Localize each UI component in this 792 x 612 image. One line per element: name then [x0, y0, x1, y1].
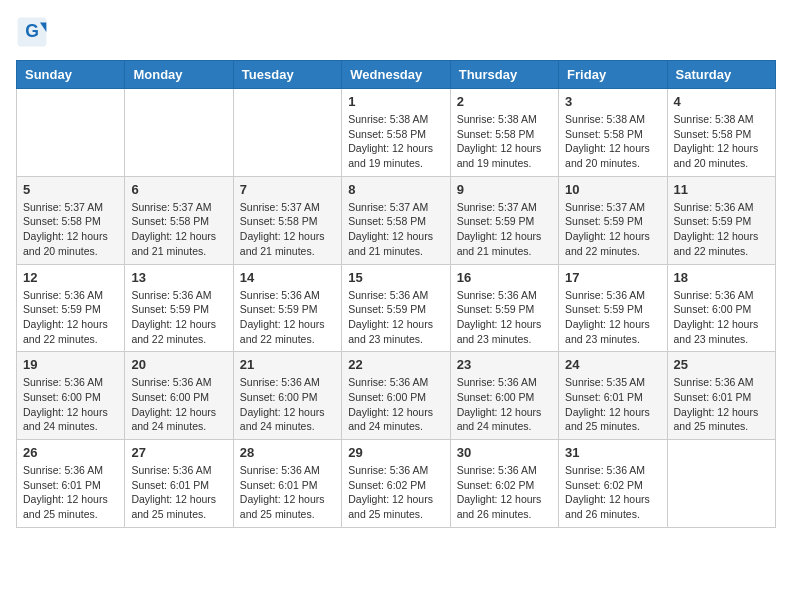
day-info: Sunrise: 5:36 AM Sunset: 6:02 PM Dayligh… — [457, 463, 552, 522]
calendar-cell: 3Sunrise: 5:38 AM Sunset: 5:58 PM Daylig… — [559, 89, 667, 177]
day-number: 8 — [348, 182, 443, 197]
day-number: 4 — [674, 94, 769, 109]
calendar-cell — [17, 89, 125, 177]
day-info: Sunrise: 5:36 AM Sunset: 6:00 PM Dayligh… — [240, 375, 335, 434]
day-info: Sunrise: 5:37 AM Sunset: 5:59 PM Dayligh… — [457, 200, 552, 259]
day-info: Sunrise: 5:36 AM Sunset: 5:59 PM Dayligh… — [131, 288, 226, 347]
weekday-header-monday: Monday — [125, 61, 233, 89]
calendar-cell: 20Sunrise: 5:36 AM Sunset: 6:00 PM Dayli… — [125, 352, 233, 440]
calendar-cell: 26Sunrise: 5:36 AM Sunset: 6:01 PM Dayli… — [17, 440, 125, 528]
calendar-cell: 9Sunrise: 5:37 AM Sunset: 5:59 PM Daylig… — [450, 176, 558, 264]
calendar-cell: 13Sunrise: 5:36 AM Sunset: 5:59 PM Dayli… — [125, 264, 233, 352]
day-info: Sunrise: 5:37 AM Sunset: 5:58 PM Dayligh… — [348, 200, 443, 259]
calendar-week-row: 5Sunrise: 5:37 AM Sunset: 5:58 PM Daylig… — [17, 176, 776, 264]
calendar-cell: 15Sunrise: 5:36 AM Sunset: 5:59 PM Dayli… — [342, 264, 450, 352]
calendar-cell: 27Sunrise: 5:36 AM Sunset: 6:01 PM Dayli… — [125, 440, 233, 528]
calendar-week-row: 1Sunrise: 5:38 AM Sunset: 5:58 PM Daylig… — [17, 89, 776, 177]
calendar-cell: 29Sunrise: 5:36 AM Sunset: 6:02 PM Dayli… — [342, 440, 450, 528]
calendar-cell: 30Sunrise: 5:36 AM Sunset: 6:02 PM Dayli… — [450, 440, 558, 528]
day-info: Sunrise: 5:36 AM Sunset: 5:59 PM Dayligh… — [565, 288, 660, 347]
calendar-cell: 17Sunrise: 5:36 AM Sunset: 5:59 PM Dayli… — [559, 264, 667, 352]
calendar-cell: 31Sunrise: 5:36 AM Sunset: 6:02 PM Dayli… — [559, 440, 667, 528]
day-info: Sunrise: 5:36 AM Sunset: 6:01 PM Dayligh… — [131, 463, 226, 522]
day-info: Sunrise: 5:38 AM Sunset: 5:58 PM Dayligh… — [457, 112, 552, 171]
svg-text:G: G — [25, 21, 39, 41]
weekday-header-saturday: Saturday — [667, 61, 775, 89]
calendar-cell — [125, 89, 233, 177]
day-number: 12 — [23, 270, 118, 285]
day-number: 7 — [240, 182, 335, 197]
calendar-week-row: 26Sunrise: 5:36 AM Sunset: 6:01 PM Dayli… — [17, 440, 776, 528]
day-number: 3 — [565, 94, 660, 109]
day-info: Sunrise: 5:37 AM Sunset: 5:58 PM Dayligh… — [23, 200, 118, 259]
day-number: 11 — [674, 182, 769, 197]
day-info: Sunrise: 5:35 AM Sunset: 6:01 PM Dayligh… — [565, 375, 660, 434]
day-number: 16 — [457, 270, 552, 285]
day-info: Sunrise: 5:37 AM Sunset: 5:58 PM Dayligh… — [240, 200, 335, 259]
calendar-cell: 2Sunrise: 5:38 AM Sunset: 5:58 PM Daylig… — [450, 89, 558, 177]
calendar-cell: 12Sunrise: 5:36 AM Sunset: 5:59 PM Dayli… — [17, 264, 125, 352]
logo: G — [16, 16, 52, 48]
calendar-cell: 21Sunrise: 5:36 AM Sunset: 6:00 PM Dayli… — [233, 352, 341, 440]
calendar-cell: 14Sunrise: 5:36 AM Sunset: 5:59 PM Dayli… — [233, 264, 341, 352]
calendar-table: SundayMondayTuesdayWednesdayThursdayFrid… — [16, 60, 776, 528]
day-number: 14 — [240, 270, 335, 285]
calendar-cell: 23Sunrise: 5:36 AM Sunset: 6:00 PM Dayli… — [450, 352, 558, 440]
day-info: Sunrise: 5:36 AM Sunset: 6:01 PM Dayligh… — [674, 375, 769, 434]
day-number: 23 — [457, 357, 552, 372]
day-info: Sunrise: 5:36 AM Sunset: 6:00 PM Dayligh… — [457, 375, 552, 434]
day-info: Sunrise: 5:36 AM Sunset: 6:00 PM Dayligh… — [674, 288, 769, 347]
day-info: Sunrise: 5:36 AM Sunset: 6:02 PM Dayligh… — [348, 463, 443, 522]
calendar-cell: 22Sunrise: 5:36 AM Sunset: 6:00 PM Dayli… — [342, 352, 450, 440]
day-number: 13 — [131, 270, 226, 285]
day-info: Sunrise: 5:37 AM Sunset: 5:58 PM Dayligh… — [131, 200, 226, 259]
day-number: 29 — [348, 445, 443, 460]
day-number: 5 — [23, 182, 118, 197]
calendar-week-row: 19Sunrise: 5:36 AM Sunset: 6:00 PM Dayli… — [17, 352, 776, 440]
day-info: Sunrise: 5:36 AM Sunset: 6:00 PM Dayligh… — [23, 375, 118, 434]
day-info: Sunrise: 5:36 AM Sunset: 5:59 PM Dayligh… — [674, 200, 769, 259]
day-number: 22 — [348, 357, 443, 372]
day-number: 19 — [23, 357, 118, 372]
day-info: Sunrise: 5:36 AM Sunset: 5:59 PM Dayligh… — [348, 288, 443, 347]
day-info: Sunrise: 5:36 AM Sunset: 6:02 PM Dayligh… — [565, 463, 660, 522]
calendar-header-row: SundayMondayTuesdayWednesdayThursdayFrid… — [17, 61, 776, 89]
day-info: Sunrise: 5:37 AM Sunset: 5:59 PM Dayligh… — [565, 200, 660, 259]
weekday-header-sunday: Sunday — [17, 61, 125, 89]
day-info: Sunrise: 5:36 AM Sunset: 6:01 PM Dayligh… — [23, 463, 118, 522]
day-number: 26 — [23, 445, 118, 460]
day-number: 28 — [240, 445, 335, 460]
calendar-cell: 25Sunrise: 5:36 AM Sunset: 6:01 PM Dayli… — [667, 352, 775, 440]
day-info: Sunrise: 5:36 AM Sunset: 5:59 PM Dayligh… — [240, 288, 335, 347]
day-number: 25 — [674, 357, 769, 372]
day-number: 24 — [565, 357, 660, 372]
day-number: 6 — [131, 182, 226, 197]
calendar-cell: 19Sunrise: 5:36 AM Sunset: 6:00 PM Dayli… — [17, 352, 125, 440]
calendar-cell: 6Sunrise: 5:37 AM Sunset: 5:58 PM Daylig… — [125, 176, 233, 264]
calendar-cell: 1Sunrise: 5:38 AM Sunset: 5:58 PM Daylig… — [342, 89, 450, 177]
day-number: 18 — [674, 270, 769, 285]
logo-icon: G — [16, 16, 48, 48]
day-info: Sunrise: 5:36 AM Sunset: 5:59 PM Dayligh… — [457, 288, 552, 347]
calendar-cell: 5Sunrise: 5:37 AM Sunset: 5:58 PM Daylig… — [17, 176, 125, 264]
calendar-cell: 18Sunrise: 5:36 AM Sunset: 6:00 PM Dayli… — [667, 264, 775, 352]
day-number: 30 — [457, 445, 552, 460]
calendar-cell: 24Sunrise: 5:35 AM Sunset: 6:01 PM Dayli… — [559, 352, 667, 440]
day-number: 10 — [565, 182, 660, 197]
calendar-cell — [667, 440, 775, 528]
day-number: 21 — [240, 357, 335, 372]
calendar-cell: 4Sunrise: 5:38 AM Sunset: 5:58 PM Daylig… — [667, 89, 775, 177]
calendar-cell: 7Sunrise: 5:37 AM Sunset: 5:58 PM Daylig… — [233, 176, 341, 264]
day-info: Sunrise: 5:36 AM Sunset: 6:01 PM Dayligh… — [240, 463, 335, 522]
day-number: 17 — [565, 270, 660, 285]
day-number: 31 — [565, 445, 660, 460]
weekday-header-thursday: Thursday — [450, 61, 558, 89]
day-number: 27 — [131, 445, 226, 460]
day-info: Sunrise: 5:38 AM Sunset: 5:58 PM Dayligh… — [674, 112, 769, 171]
day-number: 15 — [348, 270, 443, 285]
calendar-cell: 28Sunrise: 5:36 AM Sunset: 6:01 PM Dayli… — [233, 440, 341, 528]
day-info: Sunrise: 5:36 AM Sunset: 6:00 PM Dayligh… — [348, 375, 443, 434]
calendar-week-row: 12Sunrise: 5:36 AM Sunset: 5:59 PM Dayli… — [17, 264, 776, 352]
weekday-header-friday: Friday — [559, 61, 667, 89]
day-number: 2 — [457, 94, 552, 109]
